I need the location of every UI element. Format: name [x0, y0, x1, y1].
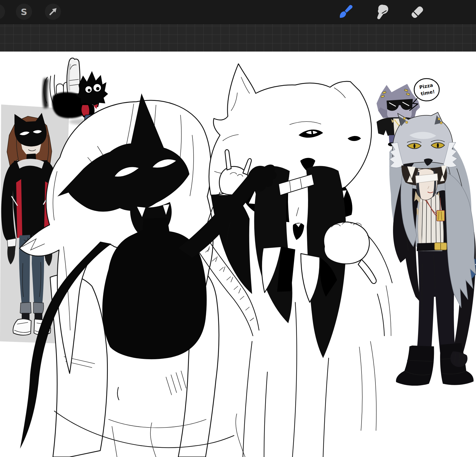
smudge-tool-button[interactable]: [375, 3, 389, 21]
selection-icon: S: [21, 7, 27, 17]
selection-button[interactable]: S: [16, 4, 32, 20]
paint-tool-button[interactable]: [338, 4, 354, 20]
edge-button[interactable]: [0, 4, 5, 20]
transform-button[interactable]: [45, 4, 61, 20]
smudge-finger-icon: [375, 3, 389, 21]
character-wolf-hood: [389, 112, 476, 386]
character-wolf-headdress: [196, 64, 392, 457]
erase-tool-button[interactable]: [411, 5, 424, 19]
top-toolbar: S: [0, 0, 476, 24]
drawing-canvas[interactable]: Pizza time!: [0, 52, 476, 457]
offcanvas-grid: [0, 24, 476, 52]
procreate-window: S: [0, 0, 476, 457]
paintbrush-icon: [338, 4, 354, 20]
eraser-icon: [411, 5, 424, 19]
